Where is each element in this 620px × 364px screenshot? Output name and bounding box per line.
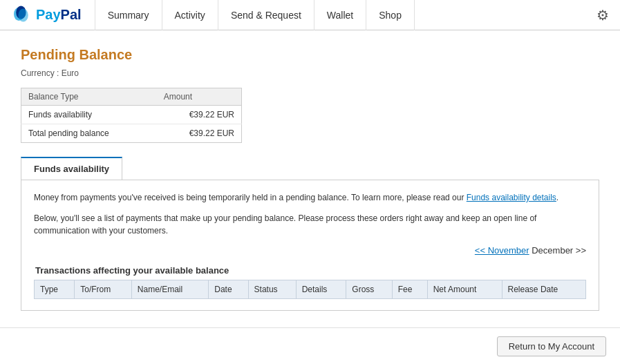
currency-label: Currency : Euro	[21, 68, 599, 78]
nav-summary[interactable]: Summary	[95, 0, 162, 30]
balance-amount-cell: €39.22 EUR	[157, 106, 242, 124]
tx-col-type: Type	[35, 280, 75, 299]
info-paragraph-2: Below, you'll see a list of payments tha…	[34, 212, 586, 237]
balance-type-cell: Funds availability	[21, 106, 157, 124]
funds-availability-link[interactable]: Funds availability details	[467, 193, 556, 202]
prev-month-link[interactable]: << November	[475, 245, 529, 256]
info-paragraph-1: Money from payments you've received is b…	[34, 191, 586, 204]
month-navigation: << November December >>	[34, 245, 586, 256]
tab-funds-availability[interactable]: Funds availability	[21, 157, 122, 180]
tx-col-status: Status	[248, 280, 296, 299]
tx-col-gross: Gross	[346, 280, 392, 299]
info-text-pre: Money from payments you've received is b…	[34, 193, 467, 202]
main-nav: Summary Activity Send & Request Wallet S…	[95, 0, 596, 30]
tab-bar: Funds availability	[21, 157, 599, 180]
tx-col-details: Details	[296, 280, 346, 299]
balance-table: Balance Type Amount Funds availability€3…	[21, 88, 242, 143]
paypal-text: PayPal	[36, 7, 82, 23]
settings-icon[interactable]: ⚙	[596, 7, 609, 23]
nav-activity[interactable]: Activity	[162, 0, 218, 30]
tx-col-name-email: Name/Email	[131, 280, 208, 299]
current-month: December >>	[532, 245, 586, 256]
balance-amount-cell: €39.22 EUR	[157, 124, 242, 143]
tx-col-release-date: Release Date	[502, 280, 585, 299]
balance-type-cell: Total pending balance	[21, 124, 157, 143]
paypal-logo: PayPal	[11, 4, 82, 26]
svg-point-2	[18, 8, 28, 21]
transactions-table: TypeTo/FromName/EmailDateStatusDetailsGr…	[34, 280, 586, 299]
main-content: Pending Balance Currency : Euro Balance …	[0, 30, 620, 327]
balance-col-type: Balance Type	[21, 88, 157, 106]
tx-col-fee: Fee	[392, 280, 427, 299]
nav-wallet[interactable]: Wallet	[314, 0, 366, 30]
nav-shop[interactable]: Shop	[366, 0, 415, 30]
info-box: Money from payments you've received is b…	[21, 180, 599, 311]
tx-col-to-from: To/From	[75, 280, 132, 299]
header: PayPal Summary Activity Send & Request W…	[0, 0, 620, 30]
balance-row: Funds availability€39.22 EUR	[21, 106, 242, 124]
balance-row: Total pending balance€39.22 EUR	[21, 124, 242, 143]
info-text-post: .	[556, 193, 558, 202]
page-title: Pending Balance	[21, 47, 599, 63]
return-to-account-button[interactable]: Return to My Account	[497, 336, 606, 356]
paypal-icon	[11, 4, 33, 26]
tx-col-net-amount: Net Amount	[427, 280, 502, 299]
transactions-section-label: Transactions affecting your available ba…	[34, 265, 586, 276]
balance-col-amount: Amount	[157, 88, 242, 106]
nav-send-request[interactable]: Send & Request	[218, 0, 314, 30]
tx-col-date: Date	[209, 280, 248, 299]
footer-bar: Return to My Account	[0, 327, 620, 364]
